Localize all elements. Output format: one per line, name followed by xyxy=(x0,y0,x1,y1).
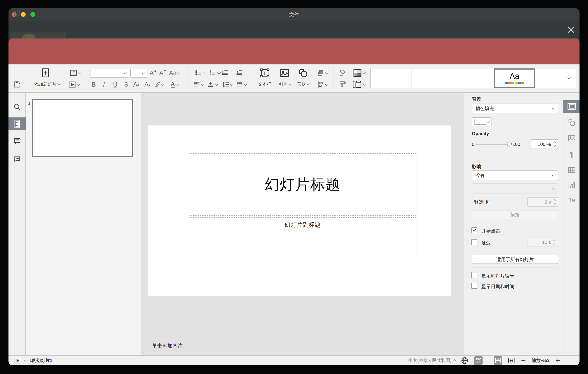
decrease-indent-button[interactable] xyxy=(220,68,230,78)
vertical-align-button[interactable] xyxy=(205,80,219,89)
font-name-select[interactable] xyxy=(90,69,129,78)
superscript-button[interactable]: A 2 xyxy=(132,80,140,89)
preview-button[interactable]: 预览 xyxy=(472,210,558,219)
chevron-down-icon xyxy=(175,82,179,86)
start-on-click-checkbox[interactable] xyxy=(471,227,477,233)
slide-size-button[interactable] xyxy=(350,79,368,89)
language-selector[interactable]: 中文(中华人民共和国) xyxy=(408,357,455,363)
decrease-font-button[interactable]: A▼ xyxy=(158,68,167,78)
copy-button[interactable] xyxy=(12,8,22,18)
document-language-button[interactable] xyxy=(461,357,469,365)
apply-to-all-slides-button[interactable]: 适用于所有幻灯片 xyxy=(472,255,558,264)
effect-option-select-disabled[interactable] xyxy=(472,183,558,194)
subscript-mark: 2 xyxy=(148,83,150,86)
theme-thumbnail[interactable] xyxy=(371,68,412,88)
textart-settings-icon[interactable]: Ta xyxy=(563,195,579,205)
comments-icon[interactable] xyxy=(9,136,26,146)
fit-slide-button[interactable] xyxy=(494,356,502,365)
background-fill-select[interactable]: 颜色填充 xyxy=(472,104,558,113)
opacity-spinbox[interactable]: 100 % xyxy=(531,139,558,149)
show-slide-number-checkbox[interactable] xyxy=(471,272,477,278)
change-case-button[interactable]: Aa xyxy=(168,68,181,78)
slide[interactable]: 幻灯片标题 幻灯片副标题 xyxy=(148,125,451,296)
editor-canvas: 幻灯片标题 幻灯片副标题 单击添加备注 xyxy=(141,93,464,355)
title-placeholder[interactable]: 幻灯片标题 xyxy=(189,153,416,216)
theme-thumbnail[interactable] xyxy=(535,68,562,88)
textbox-button[interactable]: T xyxy=(257,67,273,79)
copy-style-button[interactable] xyxy=(337,79,348,89)
horizontal-align-button[interactable] xyxy=(192,80,205,89)
font-size-select[interactable] xyxy=(130,69,147,78)
theme-thumbnail[interactable] xyxy=(453,68,494,88)
spin-carets[interactable] xyxy=(553,240,555,245)
chart-settings-icon[interactable] xyxy=(563,180,579,190)
chat-icon[interactable] xyxy=(9,154,26,164)
toolbar: 添加幻灯片 xyxy=(9,65,579,93)
bold-button[interactable]: B xyxy=(89,80,98,89)
duration-spinbox[interactable]: 2 s xyxy=(527,197,558,207)
spin-carets[interactable] xyxy=(553,199,555,204)
effect-select[interactable]: 没有 xyxy=(472,170,558,180)
delay-spinbox[interactable]: 10 s xyxy=(527,238,558,247)
search-icon[interactable] xyxy=(9,102,26,112)
shape-button[interactable] xyxy=(296,67,310,79)
delay-checkbox[interactable] xyxy=(471,239,477,245)
clear-style-button[interactable] xyxy=(337,68,348,78)
theme-gallery-expand-button[interactable] xyxy=(562,68,576,88)
show-date-time-checkbox[interactable] xyxy=(471,283,477,289)
slides-panel-icon[interactable] xyxy=(9,119,26,129)
add-slide-label-button[interactable]: 添加幻灯片 xyxy=(28,80,66,88)
image-button[interactable] xyxy=(278,67,291,79)
opacity-slider-knob[interactable] xyxy=(507,142,512,146)
zoom-level: 缩放%53 xyxy=(532,357,550,363)
image-settings-icon[interactable] xyxy=(563,133,579,143)
zoom-out-button[interactable] xyxy=(521,358,526,363)
columns-button[interactable] xyxy=(234,80,248,89)
table-settings-icon[interactable] xyxy=(563,165,579,175)
right-sidebar: ¶ Ta xyxy=(563,93,579,355)
increase-font-button[interactable]: A▲ xyxy=(149,68,158,78)
font-color-button[interactable]: A xyxy=(168,80,181,89)
slide-thumbnail[interactable] xyxy=(32,99,133,157)
slide-settings-panel: 背景 颜色填充 Opacity 0 100 100 % xyxy=(464,93,563,355)
increase-indent-button[interactable] xyxy=(234,68,244,78)
fit-width-button[interactable] xyxy=(508,357,515,364)
color-scheme-button[interactable] xyxy=(350,67,368,78)
italic-button[interactable]: I xyxy=(100,80,108,89)
shape-label-button[interactable]: 形状 xyxy=(294,80,312,88)
textbox-label-button[interactable]: 文本框 xyxy=(253,80,276,88)
spin-carets[interactable] xyxy=(553,142,555,147)
theme-thumbnail[interactable] xyxy=(412,68,453,88)
start-on-click-label: 开始点击 xyxy=(482,228,568,234)
highlight-color-button[interactable] xyxy=(154,80,164,89)
theme-thumbnail-selected[interactable]: Aa xyxy=(494,68,535,88)
start-slideshow-button[interactable] xyxy=(67,80,81,89)
align-objects-button[interactable] xyxy=(314,80,330,89)
superscript-mark: 2 xyxy=(137,83,139,86)
start-slideshow-status-button[interactable] xyxy=(14,357,26,364)
zoom-in-button[interactable] xyxy=(555,358,561,363)
background-color-picker[interactable] xyxy=(472,117,492,126)
line-spacing-button[interactable] xyxy=(220,80,235,89)
image-label-button[interactable]: 图片 xyxy=(276,80,294,88)
slide-settings-icon[interactable] xyxy=(563,101,579,112)
paste-button[interactable] xyxy=(12,80,22,89)
chevron-down-icon xyxy=(288,82,291,86)
opacity-slider-track[interactable] xyxy=(475,143,509,145)
bullet-list-button[interactable] xyxy=(193,68,207,78)
divider xyxy=(472,267,558,268)
image-label: 图片 xyxy=(279,81,287,87)
shape-settings-icon[interactable] xyxy=(563,117,579,128)
subtitle-placeholder[interactable]: 幻灯片副标题 xyxy=(189,217,416,260)
arrange-button[interactable] xyxy=(314,68,330,78)
numbered-list-button[interactable]: 123 xyxy=(208,68,221,78)
underline-button[interactable]: U xyxy=(111,80,119,89)
strikethrough-button[interactable]: S xyxy=(122,80,130,89)
slide-layout-button[interactable] xyxy=(68,68,82,78)
add-slide-button[interactable] xyxy=(40,67,51,79)
spellcheck-button[interactable]: ABC xyxy=(474,356,483,365)
paragraph-settings-icon[interactable]: ¶ xyxy=(563,149,579,159)
close-icon[interactable] xyxy=(567,26,575,34)
subscript-button[interactable]: A 2 xyxy=(143,80,151,89)
notes-area[interactable]: 单击添加备注 xyxy=(141,336,464,355)
